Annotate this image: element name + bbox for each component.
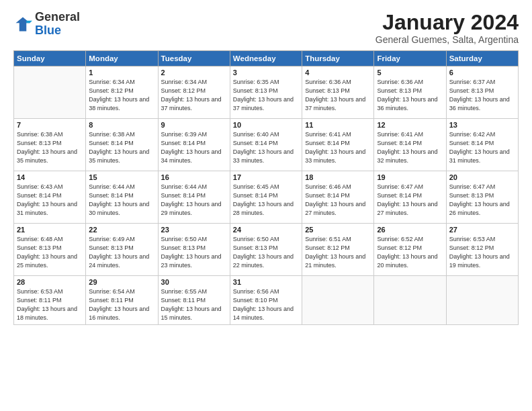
- day-number: 3: [233, 68, 299, 77]
- day-info: Sunrise: 6:50 AMSunset: 8:13 PMDaylight:…: [161, 235, 227, 270]
- header: General Blue January 2024 General Guemes…: [13, 11, 519, 45]
- calendar-day: 11Sunrise: 6:41 AMSunset: 8:14 PMDayligh…: [302, 119, 374, 171]
- logo-general: General: [35, 10, 80, 24]
- calendar-day: 9Sunrise: 6:39 AMSunset: 8:14 PMDaylight…: [158, 119, 230, 171]
- day-info: Sunrise: 6:49 AMSunset: 8:13 PMDaylight:…: [89, 235, 154, 270]
- day-number: 21: [17, 226, 83, 234]
- day-info: Sunrise: 6:46 AMSunset: 8:14 PMDaylight:…: [305, 183, 371, 218]
- day-number: 27: [449, 226, 515, 234]
- day-number: 24: [233, 226, 299, 234]
- day-number: 6: [449, 68, 515, 77]
- calendar-day: [374, 276, 446, 325]
- day-info: Sunrise: 6:47 AMSunset: 8:13 PMDaylight:…: [449, 183, 515, 218]
- day-info: Sunrise: 6:41 AMSunset: 8:14 PMDaylight:…: [377, 130, 443, 165]
- day-info: Sunrise: 6:34 AMSunset: 8:12 PMDaylight:…: [161, 78, 227, 113]
- calendar-day: [14, 66, 86, 119]
- calendar-day: 8Sunrise: 6:38 AMSunset: 8:14 PMDaylight…: [86, 119, 158, 171]
- weekday-header-row: Sunday Monday Tuesday Wednesday Thursday…: [14, 51, 519, 66]
- day-number: 18: [305, 173, 371, 181]
- day-info: Sunrise: 6:38 AMSunset: 8:14 PMDaylight:…: [89, 130, 154, 165]
- day-number: 13: [449, 121, 515, 129]
- day-number: 15: [89, 173, 154, 181]
- calendar-day: 2Sunrise: 6:34 AMSunset: 8:12 PMDaylight…: [158, 66, 230, 119]
- calendar-day: 24Sunrise: 6:50 AMSunset: 8:13 PMDayligh…: [230, 224, 302, 276]
- day-info: Sunrise: 6:53 AMSunset: 8:11 PMDaylight:…: [17, 287, 83, 322]
- day-number: 10: [233, 121, 299, 129]
- header-tuesday: Tuesday: [158, 51, 230, 66]
- day-info: Sunrise: 6:55 AMSunset: 8:11 PMDaylight:…: [161, 287, 227, 322]
- calendar-table: Sunday Monday Tuesday Wednesday Thursday…: [13, 50, 519, 325]
- day-info: Sunrise: 6:40 AMSunset: 8:14 PMDaylight:…: [233, 130, 299, 165]
- day-number: 20: [449, 173, 515, 181]
- header-wednesday: Wednesday: [230, 51, 302, 66]
- calendar-day: 14Sunrise: 6:43 AMSunset: 8:14 PMDayligh…: [14, 171, 86, 224]
- calendar-day: 26Sunrise: 6:52 AMSunset: 8:12 PMDayligh…: [374, 224, 446, 276]
- day-info: Sunrise: 6:52 AMSunset: 8:12 PMDaylight:…: [377, 235, 443, 270]
- header-saturday: Saturday: [446, 51, 518, 66]
- page: General Blue January 2024 General Guemes…: [0, 0, 532, 411]
- day-info: Sunrise: 6:38 AMSunset: 8:13 PMDaylight:…: [17, 130, 83, 165]
- day-info: Sunrise: 6:36 AMSunset: 8:13 PMDaylight:…: [377, 78, 443, 113]
- calendar-day: 6Sunrise: 6:37 AMSunset: 8:13 PMDaylight…: [446, 66, 518, 119]
- day-info: Sunrise: 6:42 AMSunset: 8:14 PMDaylight:…: [449, 130, 515, 165]
- day-info: Sunrise: 6:44 AMSunset: 8:14 PMDaylight:…: [89, 183, 154, 218]
- day-number: 9: [161, 121, 227, 129]
- header-monday: Monday: [86, 51, 158, 66]
- calendar-day: 7Sunrise: 6:38 AMSunset: 8:13 PMDaylight…: [14, 119, 86, 171]
- svg-marker-0: [16, 17, 30, 31]
- calendar-week-1: 1Sunrise: 6:34 AMSunset: 8:12 PMDaylight…: [14, 66, 519, 119]
- day-info: Sunrise: 6:39 AMSunset: 8:14 PMDaylight:…: [161, 130, 227, 165]
- calendar-day: 20Sunrise: 6:47 AMSunset: 8:13 PMDayligh…: [446, 171, 518, 224]
- calendar-day: 1Sunrise: 6:34 AMSunset: 8:12 PMDaylight…: [86, 66, 158, 119]
- day-info: Sunrise: 6:50 AMSunset: 8:13 PMDaylight:…: [233, 235, 299, 270]
- day-number: 23: [161, 226, 227, 234]
- calendar-day: 23Sunrise: 6:50 AMSunset: 8:13 PMDayligh…: [158, 224, 230, 276]
- day-number: 11: [305, 121, 371, 129]
- calendar-day: 12Sunrise: 6:41 AMSunset: 8:14 PMDayligh…: [374, 119, 446, 171]
- calendar-day: 28Sunrise: 6:53 AMSunset: 8:11 PMDayligh…: [14, 276, 86, 325]
- header-thursday: Thursday: [302, 51, 374, 66]
- day-info: Sunrise: 6:44 AMSunset: 8:14 PMDaylight:…: [161, 183, 227, 218]
- day-info: Sunrise: 6:37 AMSunset: 8:13 PMDaylight:…: [449, 78, 515, 113]
- calendar-day: 21Sunrise: 6:48 AMSunset: 8:13 PMDayligh…: [14, 224, 86, 276]
- day-info: Sunrise: 6:45 AMSunset: 8:14 PMDaylight:…: [233, 183, 299, 218]
- calendar-week-3: 14Sunrise: 6:43 AMSunset: 8:14 PMDayligh…: [14, 171, 519, 224]
- calendar-week-5: 28Sunrise: 6:53 AMSunset: 8:11 PMDayligh…: [14, 276, 519, 325]
- calendar-day: [446, 276, 518, 325]
- calendar-day: 22Sunrise: 6:49 AMSunset: 8:13 PMDayligh…: [86, 224, 158, 276]
- logo: General Blue: [13, 11, 80, 38]
- calendar-day: 29Sunrise: 6:54 AMSunset: 8:11 PMDayligh…: [86, 276, 158, 325]
- day-info: Sunrise: 6:35 AMSunset: 8:13 PMDaylight:…: [233, 78, 299, 113]
- calendar-day: 16Sunrise: 6:44 AMSunset: 8:14 PMDayligh…: [158, 171, 230, 224]
- day-number: 8: [89, 121, 154, 129]
- day-number: 29: [89, 278, 154, 286]
- day-info: Sunrise: 6:53 AMSunset: 8:12 PMDaylight:…: [449, 235, 515, 270]
- day-number: 31: [233, 278, 299, 286]
- calendar-day: 10Sunrise: 6:40 AMSunset: 8:14 PMDayligh…: [230, 119, 302, 171]
- header-sunday: Sunday: [14, 51, 86, 66]
- day-info: Sunrise: 6:48 AMSunset: 8:13 PMDaylight:…: [17, 235, 83, 270]
- svg-marker-1: [26, 21, 32, 24]
- day-number: 4: [305, 68, 371, 77]
- day-number: 22: [89, 226, 154, 234]
- calendar-day: 17Sunrise: 6:45 AMSunset: 8:14 PMDayligh…: [230, 171, 302, 224]
- logo-text: General Blue: [35, 11, 80, 38]
- day-number: 7: [17, 121, 83, 129]
- day-info: Sunrise: 6:43 AMSunset: 8:14 PMDaylight:…: [17, 183, 83, 218]
- logo-blue: Blue: [35, 24, 61, 37]
- day-number: 30: [161, 278, 227, 286]
- day-number: 17: [233, 173, 299, 181]
- calendar-day: 13Sunrise: 6:42 AMSunset: 8:14 PMDayligh…: [446, 119, 518, 171]
- day-number: 19: [377, 173, 443, 181]
- day-info: Sunrise: 6:41 AMSunset: 8:14 PMDaylight:…: [305, 130, 371, 165]
- calendar-day: 15Sunrise: 6:44 AMSunset: 8:14 PMDayligh…: [86, 171, 158, 224]
- calendar-week-4: 21Sunrise: 6:48 AMSunset: 8:13 PMDayligh…: [14, 224, 519, 276]
- location-subtitle: General Guemes, Salta, Argentina: [375, 34, 519, 45]
- day-info: Sunrise: 6:36 AMSunset: 8:13 PMDaylight:…: [305, 78, 371, 113]
- day-number: 25: [305, 226, 371, 234]
- calendar-day: 4Sunrise: 6:36 AMSunset: 8:13 PMDaylight…: [302, 66, 374, 119]
- calendar-day: 3Sunrise: 6:35 AMSunset: 8:13 PMDaylight…: [230, 66, 302, 119]
- day-number: 26: [377, 226, 443, 234]
- day-number: 12: [377, 121, 443, 129]
- day-info: Sunrise: 6:56 AMSunset: 8:10 PMDaylight:…: [233, 287, 299, 322]
